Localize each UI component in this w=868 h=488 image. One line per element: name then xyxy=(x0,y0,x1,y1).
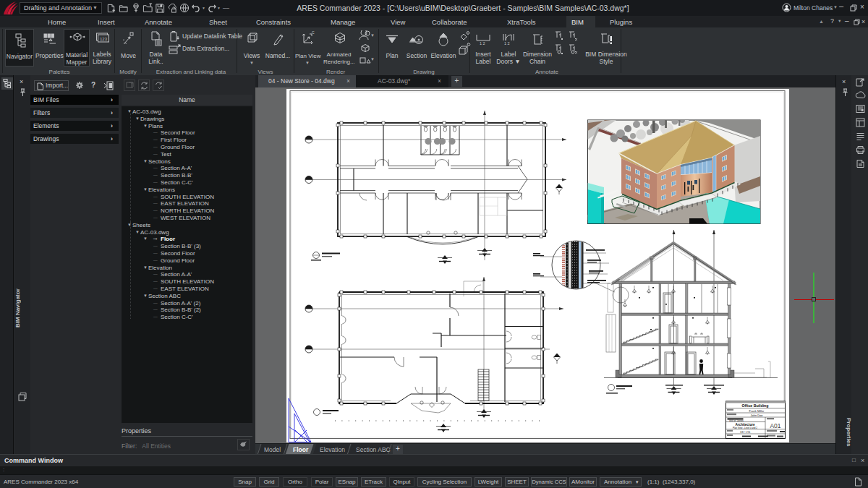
svg-text:Frank Miller: Frank Miller xyxy=(749,409,765,413)
svg-text:Plan View - Level 0 and 2: Plan View - Level 0 and 2 xyxy=(733,427,757,429)
svg-text:A01: A01 xyxy=(770,422,780,429)
svg-text:Architecture: Architecture xyxy=(735,423,755,427)
svg-text:123: 123 xyxy=(100,37,108,41)
svg-text:1/8 / 1:96: 1/8 / 1:96 xyxy=(740,431,750,434)
svg-text:John Doe: John Doe xyxy=(750,414,763,417)
svg-text:C: C xyxy=(312,31,315,35)
svg-text:1 2: 1 2 xyxy=(504,41,510,46)
svg-text:1 2: 1 2 xyxy=(480,41,485,46)
svg-text:Office Building: Office Building xyxy=(742,403,769,408)
